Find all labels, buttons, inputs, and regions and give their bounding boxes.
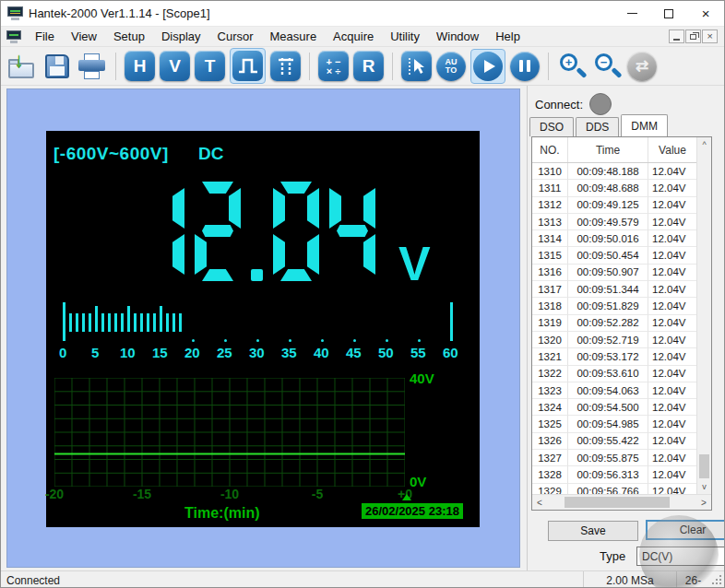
tab-dso[interactable]: DSO xyxy=(529,117,574,136)
menu-item-display[interactable]: Display xyxy=(153,28,209,45)
dmm-display: [-600V~600V] DC V 0510152025303540455055… xyxy=(46,131,480,527)
table-row[interactable]: 131100:09:48.68812.04V xyxy=(532,180,697,196)
menu-item-cursor[interactable]: Cursor xyxy=(209,28,262,45)
table-row[interactable]: 132600:09:55.42212.04V xyxy=(532,433,697,450)
open-button[interactable]: ↓ xyxy=(6,51,37,81)
vertical-label: V xyxy=(169,56,181,76)
waveform-levels-button[interactable] xyxy=(270,51,301,81)
table-row[interactable]: 132400:09:54.50012.04V xyxy=(532,399,697,416)
seven-segment-digit xyxy=(273,182,319,281)
vertical-scroll-track[interactable] xyxy=(697,152,711,479)
table-row[interactable]: 131900:09:52.28212.04V xyxy=(532,315,697,332)
table-row[interactable]: 131000:09:48.18812.04V xyxy=(532,163,697,180)
table-row[interactable]: 132100:09:53.17212.04V xyxy=(532,348,697,365)
x-tick-label: -5 xyxy=(312,487,323,501)
clear-button[interactable]: Clear xyxy=(646,520,725,540)
table-row[interactable]: 131700:09:51.34412.04V xyxy=(532,281,697,298)
horizontal-scroll-thumb[interactable] xyxy=(565,497,669,508)
reference-button[interactable]: R xyxy=(353,51,384,81)
menu-item-utility[interactable]: Utility xyxy=(382,28,428,45)
tab-dmm[interactable]: DMM xyxy=(621,114,668,136)
bargraph-scale-labels: 051015202530354045505560 xyxy=(63,345,469,361)
table-row[interactable]: 132000:09:52.71912.04V xyxy=(532,332,697,348)
table-row[interactable]: 132500:09:54.98512.04V xyxy=(532,416,697,432)
print-button[interactable] xyxy=(77,51,107,81)
table-row[interactable]: 131800:09:51.82912.04V xyxy=(532,298,697,314)
table-row[interactable]: 132300:09:54.06312.04V xyxy=(532,382,697,399)
zoom-out-button[interactable]: − xyxy=(592,51,623,81)
document-icon[interactable] xyxy=(6,30,21,43)
zoom-in-button[interactable]: + xyxy=(557,51,588,81)
tab-dds[interactable]: DDS xyxy=(576,117,619,136)
table-row[interactable]: 131600:09:50.90712.04V xyxy=(532,265,697,281)
mdi-minimize-button[interactable] xyxy=(669,29,684,43)
table-row[interactable]: 132800:09:56.31312.04V xyxy=(532,466,697,483)
close-button[interactable]: × xyxy=(687,1,724,26)
bargraph-label: 10 xyxy=(120,345,136,360)
scroll-down-icon[interactable]: v xyxy=(697,479,711,494)
menu-item-acquire[interactable]: Acquire xyxy=(325,28,382,45)
bargraph-label: 55 xyxy=(410,345,426,360)
bargraph-label: 35 xyxy=(281,345,297,360)
cursor-arrow-icon xyxy=(406,56,428,76)
autoset-button[interactable]: AUTO xyxy=(436,52,466,81)
scroll-up-icon[interactable]: ^ xyxy=(697,137,711,152)
table-row[interactable]: 132700:09:55.87512.04V xyxy=(532,450,697,466)
horizontal-button[interactable]: H xyxy=(125,51,155,81)
header-no[interactable]: NO. xyxy=(532,137,568,162)
horizontal-scroll-track[interactable] xyxy=(547,495,696,510)
mdi-restore-button[interactable] xyxy=(685,29,701,43)
table-row[interactable]: 131500:09:50.45412.04V xyxy=(532,247,697,264)
math-button[interactable]: + −× ÷ xyxy=(318,51,349,81)
table-body: 131000:09:48.18812.04V131100:09:48.68812… xyxy=(532,163,697,494)
scroll-left-icon[interactable]: < xyxy=(532,495,547,510)
seven-segment-readout: V xyxy=(138,182,431,281)
mdi-close-button[interactable]: × xyxy=(702,29,718,43)
vertical-button[interactable]: V xyxy=(160,51,190,81)
bargraph-dot xyxy=(353,339,356,342)
status-date: 26- xyxy=(676,571,709,588)
trigger-button[interactable]: T xyxy=(195,51,225,81)
header-value[interactable]: Value xyxy=(648,137,697,162)
square-wave-button[interactable] xyxy=(232,51,263,81)
bargraph-bar xyxy=(127,306,130,332)
menu-item-view[interactable]: View xyxy=(63,28,105,45)
square-wave-icon xyxy=(237,56,259,76)
timestamp-badge: 26/02/2025 23:18 xyxy=(362,503,463,519)
minimize-button[interactable] xyxy=(613,1,650,26)
header-time[interactable]: Time xyxy=(568,137,648,162)
table-row[interactable]: 132900:09:56.76612.04V xyxy=(532,484,697,494)
menu-item-file[interactable]: File xyxy=(27,28,63,45)
table-row[interactable]: 131400:09:50.01612.04V xyxy=(532,230,697,247)
vertical-scrollbar[interactable]: ^ v xyxy=(696,137,711,494)
menu-item-measure[interactable]: Measure xyxy=(262,28,326,45)
type-dropdown[interactable]: DC(V) xyxy=(636,547,725,566)
table-row[interactable]: 132200:09:53.61012.04V xyxy=(532,366,697,382)
save-button[interactable] xyxy=(42,51,72,81)
mode-label: DC xyxy=(198,144,223,164)
bargraph-bar xyxy=(108,313,111,332)
menu-item-setup[interactable]: Setup xyxy=(105,28,153,45)
bargraph-bar xyxy=(166,313,169,332)
save-readings-button[interactable]: Save xyxy=(548,521,638,541)
pause-button[interactable] xyxy=(510,52,540,81)
run-button[interactable] xyxy=(473,52,503,81)
table-row[interactable]: 131300:09:49.57912.04V xyxy=(532,214,697,230)
cursor-measure-button[interactable] xyxy=(401,51,432,81)
seven-segment-digit xyxy=(329,182,375,281)
app-icon xyxy=(7,6,23,20)
horizontal-scrollbar[interactable]: < > xyxy=(532,494,711,510)
close-icon: × xyxy=(702,6,710,20)
x-axis-ticks: -20-15-10-5+0 xyxy=(54,487,406,500)
seven-segment-digit xyxy=(138,182,184,281)
table-row[interactable]: 131200:09:49.12512.04V xyxy=(532,197,697,214)
menu-item-help[interactable]: Help xyxy=(487,28,529,45)
bargraph-label: 15 xyxy=(152,345,168,360)
mdi-minimize-icon xyxy=(673,39,680,41)
resize-grip[interactable] xyxy=(709,571,724,588)
maximize-button[interactable] xyxy=(650,1,687,26)
vertical-scroll-thumb[interactable] xyxy=(699,454,709,478)
scroll-right-icon[interactable]: > xyxy=(696,495,711,510)
bargraph-bar xyxy=(76,313,78,332)
menu-item-window[interactable]: Window xyxy=(428,28,487,45)
